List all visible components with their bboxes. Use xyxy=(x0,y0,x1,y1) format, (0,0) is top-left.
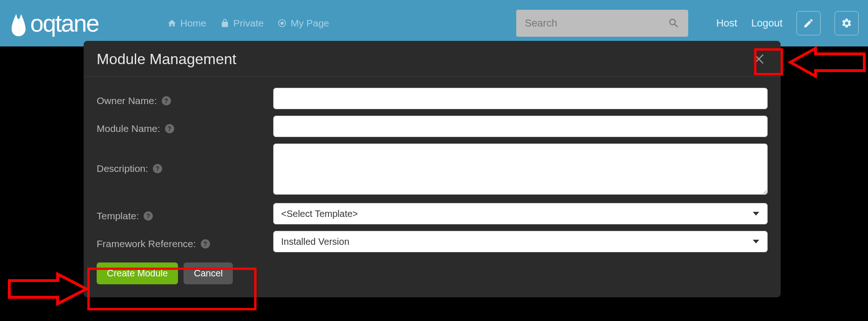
label-template-text: Template: xyxy=(97,210,139,222)
create-module-button[interactable]: Create Module xyxy=(97,262,178,284)
modal-body: Owner Name: ? Module Name: ? Description… xyxy=(84,77,781,297)
label-description-text: Description: xyxy=(97,163,148,174)
edit-button[interactable] xyxy=(796,11,821,35)
svg-point-2 xyxy=(281,22,284,25)
cancel-button[interactable]: Cancel xyxy=(184,262,233,284)
svg-text:oqtane: oqtane xyxy=(30,10,99,37)
close-button[interactable] xyxy=(750,50,768,68)
host-link[interactable]: Host xyxy=(716,17,737,29)
settings-button[interactable] xyxy=(835,11,859,35)
target-icon xyxy=(277,19,287,28)
label-description: Description: ? xyxy=(97,144,273,174)
row-module-name: Module Name: ? xyxy=(97,116,768,137)
modal-button-row: Create Module Cancel xyxy=(97,262,768,284)
module-name-input[interactable] xyxy=(273,116,768,137)
search-input[interactable] xyxy=(525,17,668,29)
description-control xyxy=(273,144,768,197)
label-template: Template: ? xyxy=(97,206,273,222)
label-framework: Framework Reference: ? xyxy=(97,234,273,249)
module-name-control xyxy=(273,116,768,137)
help-icon[interactable]: ? xyxy=(201,239,210,249)
search-box[interactable] xyxy=(516,10,688,37)
nav-private[interactable]: Private xyxy=(220,18,263,29)
row-owner-name: Owner Name: ? xyxy=(97,88,768,109)
brand-logo[interactable]: oqtane xyxy=(9,9,149,37)
annotation-arrow-close xyxy=(788,45,867,82)
modal-header: Module Management xyxy=(84,41,781,77)
annotation-arrow-buttons xyxy=(7,270,90,308)
close-icon xyxy=(752,52,765,66)
row-description: Description: ? xyxy=(97,144,768,197)
owner-name-input[interactable] xyxy=(273,88,768,109)
logout-link[interactable]: Logout xyxy=(751,17,783,29)
help-icon[interactable]: ? xyxy=(165,124,174,133)
gear-icon xyxy=(841,18,852,29)
topbar: oqtane Home Private My Page Host Logout xyxy=(0,0,868,46)
label-module-name: Module Name: ? xyxy=(97,118,273,134)
label-module-text: Module Name: xyxy=(97,123,160,134)
nav-home-label: Home xyxy=(180,18,206,29)
main-nav: Home Private My Page xyxy=(167,18,516,29)
description-textarea[interactable] xyxy=(273,144,768,195)
label-framework-text: Framework Reference: xyxy=(97,238,196,249)
template-select[interactable]: <Select Template> xyxy=(273,203,768,224)
template-control: <Select Template> xyxy=(273,203,768,224)
label-owner-name: Owner Name: ? xyxy=(97,91,273,106)
lock-icon xyxy=(220,19,230,28)
framework-control: Installed Version xyxy=(273,231,768,252)
modal-title: Module Management xyxy=(97,51,237,68)
user-links: Host Logout xyxy=(716,11,859,35)
row-template: Template: ? <Select Template> xyxy=(97,203,768,224)
home-icon xyxy=(167,19,177,28)
help-icon[interactable]: ? xyxy=(144,211,153,221)
module-management-modal: Module Management Owner Name: ? Module N… xyxy=(84,41,781,297)
help-icon[interactable]: ? xyxy=(162,96,171,105)
nav-mypage[interactable]: My Page xyxy=(277,18,329,29)
nav-mypage-label: My Page xyxy=(290,18,329,29)
nav-home[interactable]: Home xyxy=(167,18,206,29)
nav-private-label: Private xyxy=(233,18,263,29)
label-owner-text: Owner Name: xyxy=(97,95,157,106)
search-icon xyxy=(668,17,680,29)
help-icon[interactable]: ? xyxy=(153,164,162,173)
row-framework: Framework Reference: ? Installed Version xyxy=(97,231,768,252)
pencil-icon xyxy=(803,18,814,29)
owner-name-control xyxy=(273,88,768,109)
framework-select[interactable]: Installed Version xyxy=(273,231,768,252)
